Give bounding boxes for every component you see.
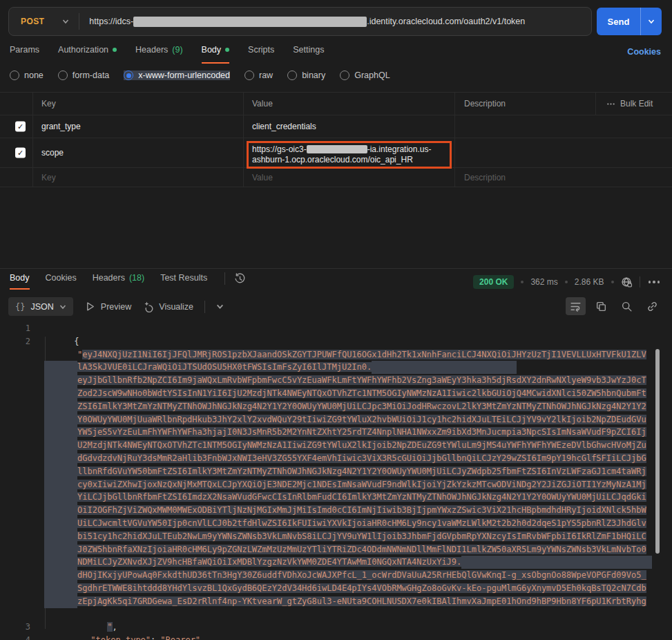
response-body-editor[interactable]: 1{ 2"access_token": "eyJ4NXQjUzI1NiI6IjJ… [0, 319, 672, 640]
radio-icon [244, 70, 254, 80]
token-line: cy0xIiwiZXhwIjoxNzQxNjMxMTQxLCJpYXQiOjE3… [0, 478, 672, 491]
code-line: 4"expires_in":3600 [0, 634, 672, 640]
url-prefix: https://idcs- [89, 17, 133, 26]
copy-icon [595, 301, 607, 312]
chevron-down-icon [648, 18, 655, 25]
key-placeholder[interactable]: Key [41, 173, 56, 182]
url-input[interactable]: https://idcs-.identity.oraclecloud.com/o… [89, 17, 525, 27]
tab-settings[interactable]: Settings [293, 43, 324, 64]
value-cell[interactable]: client_credentials [252, 122, 316, 131]
mode-x-www-form-urlencoded[interactable]: x-www-form-urlencoded [124, 70, 230, 80]
wrap-text-button[interactable] [566, 297, 586, 315]
scrollbar-thumb[interactable] [655, 349, 660, 554]
mode-graphql[interactable]: GraphQL [340, 70, 390, 80]
copy-button[interactable] [591, 297, 611, 315]
radio-icon [58, 70, 68, 80]
tab-params[interactable]: Params [10, 43, 39, 64]
format-dropdown[interactable]: {} JSON [8, 297, 73, 316]
key-cell[interactable]: scope [41, 148, 64, 158]
tab-scripts[interactable]: Scripts [248, 43, 274, 64]
chevron-down-icon [59, 303, 66, 310]
token-line: U2MzdjNTk4NWEyNTQxOTVhZTc1NTM5OGIyNWMzNz… [0, 439, 672, 452]
mode-binary[interactable]: binary [287, 70, 325, 80]
request-tabs: Params Authorization Headers(9) Body Scr… [10, 43, 324, 64]
access-token-value: "eyJ4NXQjUzI1NiI6IjJFQlJMRjROS1pzbXJaand… [0, 348, 672, 608]
mode-raw[interactable]: raw [244, 70, 273, 80]
table-row: scope https://gs-oic3--ia.integration.us… [0, 138, 672, 168]
scope-value-annotation-box[interactable]: https://gs-oic3--ia.integration.us- ashb… [247, 141, 452, 169]
token-line: Zod2JscW9wNHo0bWdtYSIsInN1YiI6IjU2MzdjNT… [0, 387, 672, 400]
network-globe-lock-icon[interactable] [621, 276, 633, 288]
response-tab-body[interactable]: Body [10, 273, 30, 290]
search-button[interactable] [617, 297, 637, 315]
mode-form-data[interactable]: form-data [58, 70, 110, 80]
table-row: grant_type client_credentials [0, 115, 672, 138]
line-number: 4 [0, 634, 30, 640]
row-checkbox-checked[interactable] [15, 122, 26, 132]
token-line: llbnRfdGVuYW50bmFtZSI6ImlkY3MtZmYzNTMyZT… [0, 465, 672, 478]
pane-splitter[interactable] [0, 268, 672, 269]
chevron-down-icon[interactable] [216, 303, 224, 310]
response-time: 362 ms [530, 277, 557, 287]
cookies-link[interactable]: Cookies [627, 47, 661, 57]
link-icon [646, 301, 658, 312]
history-icon[interactable] [234, 273, 246, 285]
json-braces-icon: {} [15, 302, 25, 312]
play-icon [84, 301, 96, 312]
link-button[interactable] [642, 297, 662, 315]
value-placeholder[interactable]: Value [252, 173, 273, 182]
row-checkbox-checked[interactable] [15, 148, 26, 158]
line-number: 1 [0, 322, 30, 335]
token-line: bi51cy1hc2hidXJuLTEub2NwLm9yYWNsZWNsb3Vk… [0, 530, 672, 543]
token-line: "eyJ4NXQjUzI1NiI6IjJFQlJMRjROS1pzbXJaand… [0, 348, 672, 361]
request-url-bar: POST https://idcs-.identity.oraclecloud.… [8, 7, 592, 36]
scope-redaction [307, 145, 367, 153]
method-label: POST [21, 17, 44, 26]
dot-separator [611, 281, 614, 283]
radio-icon [340, 70, 349, 80]
response-meta: 200 OK 362 ms 2.86 KB [473, 275, 661, 289]
chevron-down-icon [62, 18, 69, 25]
key-cell[interactable]: grant_type [41, 122, 81, 131]
token-line: zEpjAgKk5qi7GRDGewa_EsD2rRlnf4np-YKtvear… [0, 595, 672, 608]
preview-button[interactable]: Preview [84, 301, 131, 312]
response-tab-cookies[interactable]: Cookies [46, 273, 77, 290]
send-button-group: Send [597, 8, 662, 35]
description-placeholder[interactable]: Description [464, 173, 506, 182]
sparkle-icon [142, 301, 154, 312]
token-line: Y0OWUyYWU0MjUuaWRlbnRpdHkub3JhY2xlY2xvdW… [0, 413, 672, 426]
token-line: dGdvdzdvNjRuY3dsMmR2aHlib3FnbWJxNWI3eHV3… [0, 452, 672, 465]
tab-headers[interactable]: Headers(9) [135, 43, 183, 64]
mode-none[interactable]: none [10, 70, 44, 80]
code-line: ", [0, 608, 672, 621]
url-suffix: .identity.oraclecloud.com/oauth2/v1/toke… [367, 17, 525, 26]
column-header-value: Value [252, 99, 273, 109]
more-options-button[interactable] [647, 279, 662, 285]
tab-authorization[interactable]: Authorization [58, 43, 117, 64]
send-button[interactable]: Send [597, 8, 640, 35]
visualize-button[interactable]: Visualize [142, 301, 193, 312]
status-badge: 200 OK [473, 275, 514, 289]
green-dot-icon [113, 48, 117, 52]
radio-icon [287, 70, 297, 80]
response-tab-headers[interactable]: Headers(18) [93, 273, 144, 290]
wrap-text-icon [570, 301, 582, 312]
token-line: YW5jeS5vYzEuLmFhYWFhYWFha3hjajI0N3JsMnR5… [0, 426, 672, 439]
response-toolbar: {} JSON Preview Visualize [8, 297, 224, 316]
send-options-button[interactable] [640, 8, 662, 35]
dot-separator [565, 281, 568, 283]
code-line: 1{ [0, 322, 672, 335]
response-tab-test-results[interactable]: Test Results [160, 273, 207, 290]
format-label: JSON [30, 302, 53, 312]
divider [204, 301, 205, 313]
bulk-edit-button[interactable]: Bulk Edit [606, 99, 653, 109]
tab-body[interactable]: Body [202, 43, 230, 64]
urlencoded-table: Key Value Description Bulk Edit grant_ty… [0, 92, 672, 187]
bulk-edit-icon [606, 100, 615, 109]
divider [640, 276, 640, 288]
method-selector[interactable]: POST [9, 17, 79, 26]
code-line: 2"access_token": [0, 335, 672, 348]
table-header-row: Key Value Description Bulk Edit [0, 93, 672, 115]
postman-app: POST https://idcs-.identity.oraclecloud.… [0, 0, 672, 640]
line-number: 2 [0, 335, 30, 348]
